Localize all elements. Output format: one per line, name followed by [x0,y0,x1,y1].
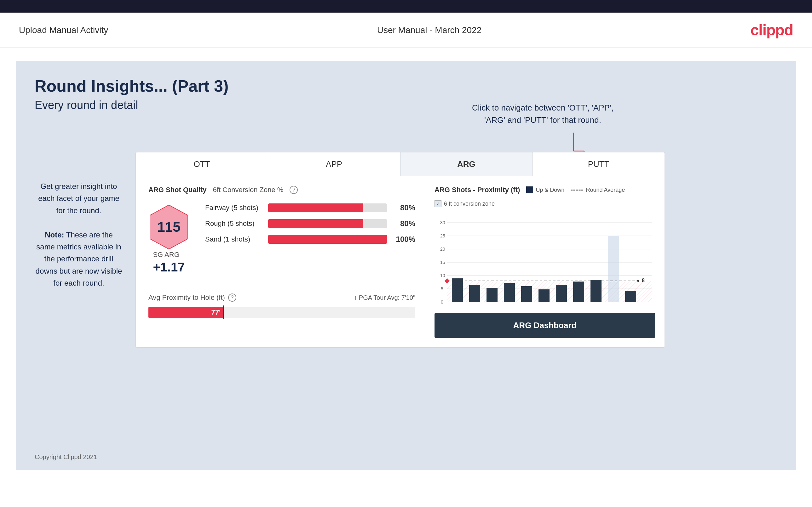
proximity-help-icon[interactable]: ? [228,293,236,302]
tabs-container: OTT APP ARG PUTT [136,153,665,176]
proximity-cursor [223,305,224,319]
svg-rect-24 [521,286,532,302]
conversion-label: 6ft Conversion Zone % [213,186,284,194]
right-panel: ARG Shots - Proximity (ft) Up & Down Rou… [425,176,665,347]
proximity-label-text: Avg Proximity to Hole (ft) [148,293,225,302]
proximity-bar-fill: 77' [148,307,223,318]
chart-title: ARG Shots - Proximity (ft) [435,186,520,194]
legend-6ft-label: 6 ft conversion zone [444,201,495,207]
svg-rect-22 [487,288,498,302]
nav-hint: Click to navigate between 'OTT', 'APP', … [472,102,613,126]
svg-rect-30 [625,291,636,302]
fairway-label: Fairway (5 shots) [205,204,262,212]
svg-text:5: 5 [441,286,443,291]
proximity-header: Avg Proximity to Hole (ft) ? ↑ PGA Tour … [148,293,415,302]
score-section: 115 SG ARG +1.17 Fairway (5 shots) [148,204,415,277]
left-description: Get greater insight into each facet of y… [35,180,123,289]
left-panel: ARG Shot Quality 6ft Conversion Zone % ?… [136,176,425,347]
section-title: Round Insights... (Part 3) [35,76,777,96]
fairway-row: Fairway (5 shots) 80% [205,204,415,212]
pga-label: ↑ PGA Tour Avg: 7'10" [354,294,415,301]
nav-hint-line1: Click to navigate between 'OTT', 'APP', [472,103,613,112]
sg-label: SG ARG [153,251,185,259]
legend-up-down-label: Up & Down [536,187,564,193]
proximity-bar-value: 77' [211,308,220,317]
svg-text:8: 8 [642,278,645,283]
hexagon-container: 115 SG ARG +1.17 [148,204,189,277]
proximity-bar-container: 77' [148,307,415,318]
rough-bar-fill [268,219,363,228]
left-desc-text1: Get greater insight into each facet of y… [38,182,119,215]
tab-putt[interactable]: PUTT [532,153,665,176]
svg-rect-23 [504,283,515,302]
main-content: Round Insights... (Part 3) Every round i… [16,61,796,470]
svg-rect-25 [539,289,550,302]
sand-bar [268,235,387,244]
tab-arg[interactable]: ARG [401,153,533,176]
footer: Copyright Clippd 2021 [35,453,97,461]
svg-rect-26 [556,285,567,302]
proximity-section: Avg Proximity to Hole (ft) ? ↑ PGA Tour … [148,287,415,318]
svg-text:15: 15 [440,260,445,265]
score-value: 115 [157,219,180,235]
svg-text:10: 10 [440,273,445,278]
fairway-bar-fill [268,204,363,212]
chart-header: ARG Shots - Proximity (ft) Up & Down Rou… [435,186,655,207]
svg-rect-29 [608,236,619,302]
legend-square-icon [526,186,533,193]
rough-bar [268,219,387,228]
fairway-pct: 80% [393,204,415,212]
rough-label: Rough (5 shots) [205,220,262,228]
proximity-chart: 0 5 10 15 20 25 30 [435,212,655,307]
legend-round-avg-label: Round Average [586,187,625,193]
sg-value: +1.17 [153,260,185,274]
copyright-text: Copyright Clippd 2021 [35,453,97,460]
legend-check-icon: ✓ [435,200,442,207]
arg-dashboard-button[interactable]: ARG Dashboard [435,313,655,338]
svg-text:25: 25 [440,233,445,238]
tab-ott[interactable]: OTT [136,153,268,176]
top-bar [0,0,812,13]
shot-bars: Fairway (5 shots) 80% Rough (5 shots) [205,204,415,277]
sand-bar-fill [268,235,387,244]
svg-text:20: 20 [440,246,445,251]
clippd-logo: clippd [751,21,793,39]
section-subtitle: Every round in detail [35,99,777,112]
sand-pct: 100% [393,235,415,244]
legend-up-down: Up & Down [526,186,564,193]
svg-rect-27 [573,282,584,302]
legend-dashed-icon [571,189,583,190]
proximity-label: Avg Proximity to Hole (ft) ? [148,293,236,302]
svg-text:0: 0 [441,299,443,304]
svg-rect-20 [452,278,463,302]
svg-rect-28 [591,280,602,302]
nav-hint-line2: 'ARG' and 'PUTT' for that round. [484,115,601,125]
score-hexagon: 115 [148,204,189,251]
upload-manual-label: Upload Manual Activity [19,25,108,35]
panel-header: ARG Shot Quality 6ft Conversion Zone % ? [148,186,415,194]
svg-rect-21 [469,285,480,302]
rough-pct: 80% [393,219,415,228]
legend-6ft: ✓ 6 ft conversion zone [435,200,495,207]
sg-section: SG ARG +1.17 [153,251,185,277]
sand-row: Sand (1 shots) 100% [205,235,415,244]
dashboard-card: OTT APP ARG PUTT ARG Shot Quality 6ft Co… [136,152,665,348]
rough-row: Rough (5 shots) 80% [205,219,415,228]
quality-label: ARG Shot Quality [148,186,207,194]
doc-title: User Manual - March 2022 [377,25,481,35]
note-label: Note: [45,230,64,239]
tab-app[interactable]: APP [268,153,401,176]
header: Upload Manual Activity User Manual - Mar… [0,13,812,48]
fairway-bar [268,204,387,212]
sand-label: Sand (1 shots) [205,235,262,243]
card-content: ARG Shot Quality 6ft Conversion Zone % ?… [136,176,665,347]
svg-text:30: 30 [440,220,445,225]
chart-area: 0 5 10 15 20 25 30 [435,212,655,307]
legend-round-avg: Round Average [571,187,625,193]
help-icon[interactable]: ? [290,186,298,194]
